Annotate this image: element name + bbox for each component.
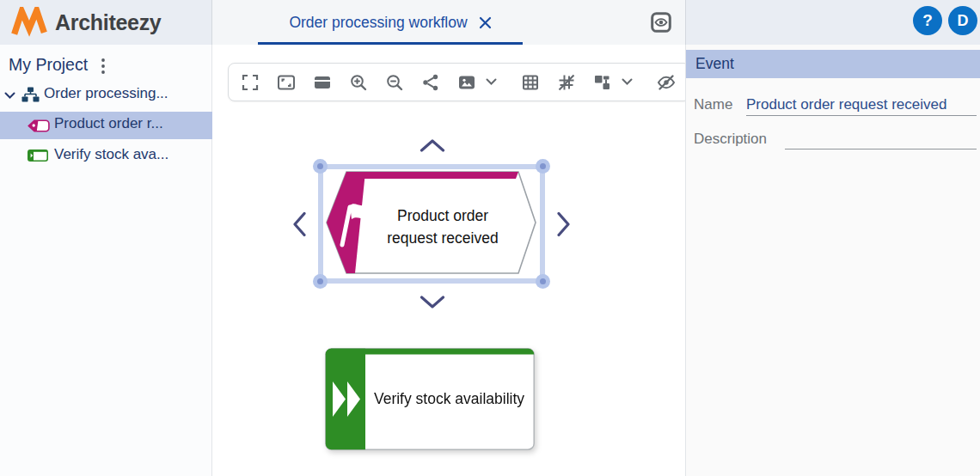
fullscreen-button[interactable] <box>239 71 261 94</box>
nav-arrow-up[interactable] <box>420 138 445 153</box>
event-shape-icon <box>28 119 50 132</box>
sidebar-item-function[interactable]: Verify stock ava... <box>0 143 212 168</box>
app-title: Architeezy <box>55 10 161 35</box>
image-export-button[interactable] <box>456 71 478 94</box>
tab-order-processing-workflow[interactable]: Order processing workflow <box>258 0 523 45</box>
nav-arrow-down[interactable] <box>420 295 445 309</box>
tab-label: Order processing workflow <box>289 14 467 32</box>
nav-arrow-left[interactable] <box>292 211 307 237</box>
name-field-label: Name <box>694 96 732 113</box>
chevron-down-icon[interactable] <box>621 71 633 94</box>
card-view-button[interactable] <box>311 71 334 94</box>
resize-handle[interactable] <box>536 159 550 174</box>
zoom-out-button[interactable] <box>383 71 406 94</box>
top-header: Architeezy Order processing workflow <box>0 0 980 45</box>
sitemap-icon <box>21 87 40 102</box>
event-shape-product-order[interactable] <box>325 169 537 276</box>
panel-header: Event <box>686 50 980 78</box>
layout-button[interactable] <box>591 71 614 94</box>
sidebar-item-workflow[interactable]: Order processing... <box>0 82 212 108</box>
tab-close-icon[interactable] <box>479 16 492 29</box>
diagram-canvas[interactable]: Product order request received Verify st… <box>212 45 685 476</box>
function-shape-verify-stock[interactable]: Verify stock availability <box>325 348 535 450</box>
grid-toggle-button[interactable] <box>519 71 542 94</box>
project-row: My Project <box>0 52 212 79</box>
user-avatar[interactable]: D <box>948 6 977 35</box>
resize-handle[interactable] <box>536 274 550 289</box>
description-field-input[interactable] <box>785 149 977 150</box>
hide-elements-button[interactable] <box>655 71 677 94</box>
resize-handle[interactable] <box>313 274 328 289</box>
fit-view-button[interactable] <box>275 71 297 94</box>
brand-area: Architeezy <box>0 0 212 45</box>
canvas-toolbar <box>228 63 690 101</box>
chevron-down-icon[interactable] <box>4 92 15 100</box>
project-sidebar: My Project Order processing... <box>0 45 212 476</box>
help-button[interactable]: ? <box>913 6 942 35</box>
panel-header-title: Event <box>695 55 734 73</box>
project-title: My Project <box>9 55 88 75</box>
app-window: Architeezy Order processing workflow <box>0 0 980 476</box>
logo-icon <box>11 7 47 38</box>
name-field-underline <box>746 115 977 116</box>
share-button[interactable] <box>420 71 442 94</box>
nav-arrow-right[interactable] <box>556 211 571 237</box>
eye-icon <box>650 11 672 34</box>
name-field-value[interactable]: Product order request received <box>746 96 946 113</box>
project-menu-button[interactable] <box>101 58 107 75</box>
header-actions: ? D <box>685 0 980 45</box>
preview-button[interactable] <box>647 9 675 36</box>
sidebar-item-label: Verify stock ava... <box>54 146 168 163</box>
chevron-down-icon[interactable] <box>485 71 497 94</box>
function-shape-icon <box>28 150 48 162</box>
snap-to-grid-button[interactable] <box>555 71 578 94</box>
sidebar-item-label: Order processing... <box>44 85 168 102</box>
zoom-in-button[interactable] <box>347 71 370 94</box>
properties-panel: Event Name Product order request receive… <box>685 45 980 476</box>
sidebar-item-event[interactable]: Product order r... <box>0 112 212 139</box>
sidebar-item-label: Product order r... <box>54 115 163 132</box>
description-field-label: Description <box>694 131 767 148</box>
tab-bar: Order processing workflow <box>212 0 685 45</box>
